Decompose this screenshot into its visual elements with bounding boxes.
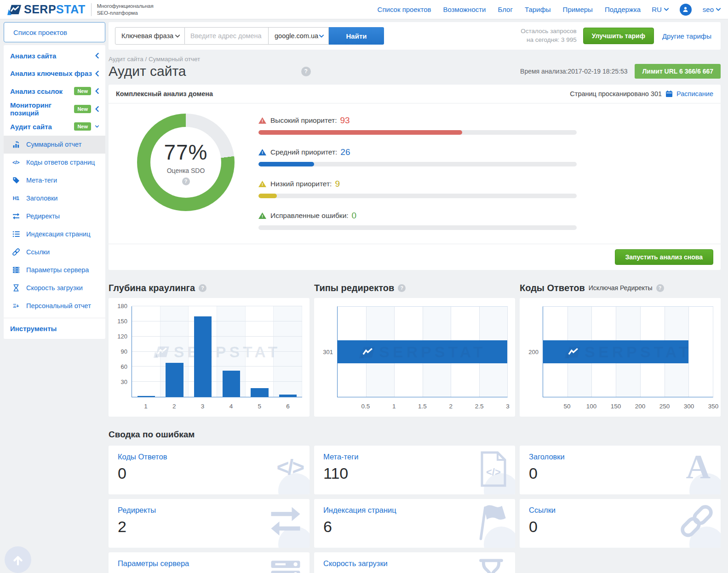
x-tick-label: 1 xyxy=(392,403,396,410)
summary-card-link[interactable]: Редиректы xyxy=(118,506,156,514)
summary-card-link[interactable]: Ссылки xyxy=(529,506,556,514)
help-icon[interactable]: ? xyxy=(199,284,206,292)
search-bar: Ключевая фраза google.com.ua Найти Остал… xyxy=(109,22,721,50)
nav-item-2[interactable]: Возможности xyxy=(443,6,486,13)
warning-triangle-icon: ! xyxy=(258,181,266,187)
sidebar-item-list[interactable]: Индексация страниц xyxy=(4,225,105,243)
summary-card-link[interactable]: Параметры сервера xyxy=(118,559,189,567)
nav-item-3[interactable]: Блог xyxy=(498,6,512,13)
chevron-down-icon xyxy=(319,34,324,38)
summary-card[interactable]: Коды Ответов0</> xyxy=(109,446,310,494)
gridline xyxy=(132,336,302,337)
gridline xyxy=(132,306,302,306)
sidebar-item-link[interactable]: Ссылки xyxy=(4,243,105,261)
sidebar-item[interactable]: Аудит сайтаNew xyxy=(4,118,105,136)
summary-card-link[interactable]: Заголовки xyxy=(529,453,565,461)
x-tick-label: 250 xyxy=(659,403,670,410)
help-icon[interactable]: ? xyxy=(301,67,311,76)
sidebar-item-redirect[interactable]: Редиректы xyxy=(4,207,105,225)
h1-icon: H1 xyxy=(11,195,20,201)
gridline xyxy=(132,381,302,382)
schedule-link[interactable]: Расписание xyxy=(676,90,713,97)
x-tick-label: 0.5 xyxy=(361,403,370,410)
summary-card[interactable]: Скорость загрузки9 xyxy=(314,552,515,573)
domain-select[interactable]: google.com.ua xyxy=(268,27,329,45)
priority-row: !Низкий приоритет:9 xyxy=(258,179,577,198)
top-nav: Список проектовВозможностиБлогТарифыПрим… xyxy=(378,4,721,16)
sidebar-item-tools[interactable]: Инструменты xyxy=(4,318,105,339)
sidebar-item-tag[interactable]: Мета-теги xyxy=(4,172,105,189)
help-icon[interactable]: ? xyxy=(656,284,664,292)
chevron-left-icon xyxy=(95,88,99,94)
priority-value: 93 xyxy=(340,115,350,126)
chevron-down-icon xyxy=(175,34,180,38)
sidebar-item[interactable]: Мониторинг позицийNew xyxy=(4,100,105,118)
bar xyxy=(194,316,212,397)
gridline xyxy=(132,321,302,321)
chart-card: 200SERPSTAT50100150200250300350 xyxy=(520,298,721,417)
help-icon[interactable]: ? xyxy=(398,284,406,292)
sidebar-item-server[interactable]: Параметры сервера xyxy=(4,261,105,279)
language-selector[interactable]: RU xyxy=(652,6,669,13)
sidebar-item-label: Аудит сайта xyxy=(10,123,74,131)
link-icon xyxy=(680,504,713,538)
summary-card-link[interactable]: Коды Ответов xyxy=(118,453,167,461)
sidebar-item-hourglass[interactable]: Скорость загрузки xyxy=(4,279,105,297)
search-type-select[interactable]: Ключевая фраза xyxy=(115,27,185,45)
x-tick-label: 50 xyxy=(563,403,570,410)
find-button[interactable]: Найти xyxy=(329,27,384,45)
speed-icon xyxy=(475,558,508,573)
summary-card[interactable]: Индексация страниц6 xyxy=(314,499,515,548)
sidebar-item-listplus[interactable]: Ξ+Персональный отчет xyxy=(4,297,105,315)
chevron-left-icon xyxy=(95,53,99,58)
serpstat-logo[interactable]: SERPSTAT Многофункциональная SEO-платфор… xyxy=(7,3,154,17)
logo-text: SERPSTAT xyxy=(24,3,86,16)
priority-label-row: !Низкий приоритет:9 xyxy=(258,179,577,189)
page-title: Аудит сайта xyxy=(109,63,186,79)
summary-card[interactable]: Заголовки0A xyxy=(520,446,721,494)
x-tick-label: 100 xyxy=(586,403,597,410)
sidebar-item[interactable]: Анализ сайта xyxy=(4,47,105,65)
priority-bar-fill xyxy=(258,130,462,135)
domain-input[interactable] xyxy=(185,27,269,45)
scroll-to-top-button[interactable] xyxy=(5,546,31,573)
avatar[interactable] xyxy=(680,4,692,16)
nav-item-4[interactable]: Тарифы xyxy=(525,6,551,13)
upgrade-tariff-button[interactable]: Улучшить тариф xyxy=(583,28,654,44)
logo-tagline: Многофункциональная SEO-платформа xyxy=(97,3,154,17)
nav-item-6[interactable]: Поддержка xyxy=(605,6,641,13)
summary-card-value: 0 xyxy=(118,464,300,482)
summary-card[interactable]: Мета-теги110 xyxy=(314,446,515,494)
sidebar-item[interactable]: Анализ ссылокNew xyxy=(4,82,105,100)
x-tick-label: 4 xyxy=(217,397,245,410)
summary-icon xyxy=(11,141,20,148)
bar xyxy=(279,395,297,397)
other-tariffs-link[interactable]: Другие тарифы xyxy=(662,32,711,40)
priority-value: 9 xyxy=(335,179,340,189)
user-menu[interactable]: seo xyxy=(703,6,721,13)
summary-card[interactable]: Параметры сервера1 xyxy=(109,552,310,573)
summary-card[interactable]: Ссылки0 xyxy=(520,499,721,548)
sidebar-item-label: Заголовки xyxy=(26,195,57,202)
nav-item-5[interactable]: Примеры xyxy=(563,6,593,13)
nav-item-1[interactable]: Список проектов xyxy=(378,6,431,13)
projects-list-button[interactable]: Список проектов xyxy=(4,22,105,42)
summary-card-link[interactable]: Мета-теги xyxy=(323,453,358,461)
sidebar-item-summary[interactable]: Суммарный отчет xyxy=(4,136,105,154)
y-tick-label: 30 xyxy=(121,378,127,385)
bar xyxy=(223,371,240,397)
sidebar: Список проектов Анализ сайтаАнализ ключе… xyxy=(4,22,105,573)
summary-card[interactable]: Редиректы2 xyxy=(109,499,310,548)
sidebar-item[interactable]: Анализ ключевых фраз xyxy=(4,65,105,83)
summary-card-link[interactable]: Скорость загрузки xyxy=(323,559,388,567)
y-axis: 306090120150180 xyxy=(111,306,132,397)
sidebar-item-code[interactable]: </>Коды ответов страниц xyxy=(4,154,105,172)
summary-card-link[interactable]: Индексация страниц xyxy=(323,506,396,514)
gridline xyxy=(688,307,689,397)
rerun-analysis-button[interactable]: Запустить анализ снова xyxy=(615,249,713,265)
title-row: Аудит сайта ? Время анализа:2017-02-19 1… xyxy=(109,63,721,79)
help-icon[interactable]: ? xyxy=(182,178,190,185)
sidebar-item-h1[interactable]: H1Заголовки xyxy=(4,189,105,207)
priority-label-row: !Исправленные ошибки:0 xyxy=(258,211,577,221)
priority-list: !Высокий приоритет:93!Средний приоритет:… xyxy=(258,114,577,231)
